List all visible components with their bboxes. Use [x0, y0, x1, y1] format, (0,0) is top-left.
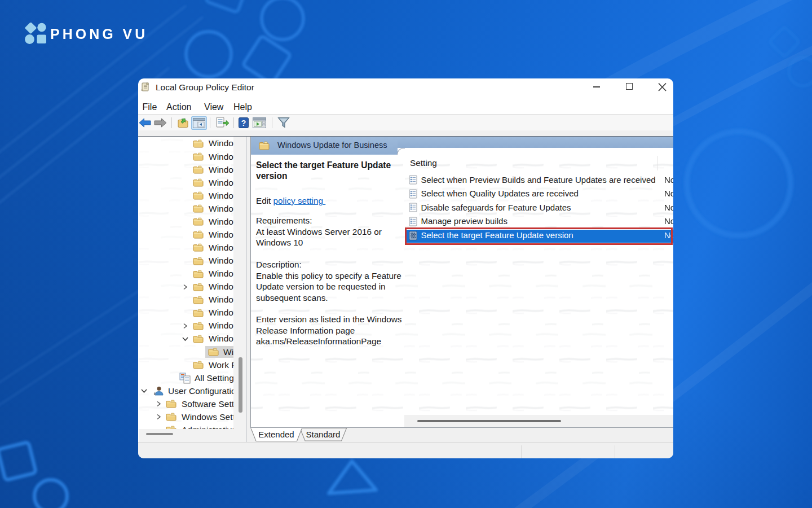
svg-text:?: ? [241, 119, 246, 128]
svg-text:Extended: Extended [258, 430, 294, 439]
svg-text:Standard: Standard [306, 429, 341, 439]
